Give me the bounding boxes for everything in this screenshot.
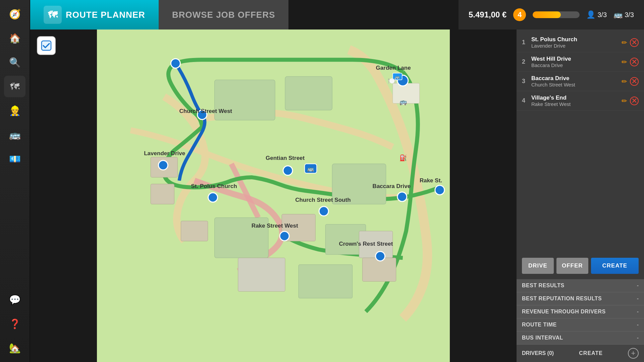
drivers-create-label: CREATE xyxy=(579,350,603,356)
drivers-label: DRIVERS (0) xyxy=(522,350,554,356)
stop-edit-btn-2[interactable]: ✏ xyxy=(622,58,627,66)
result-reputation: BEST REPUTATION RESULTS - xyxy=(517,292,644,305)
top-bar-right: 5.491,00 € 4 👤 3/3 🚌 3/3 xyxy=(459,0,644,29)
map-and-panel: 🚌 🍽️ 🚌 ⛽ 🚌 Garden Lane Church Street Wes… xyxy=(30,29,644,362)
workers-stat: 👤 3/3 xyxy=(586,10,607,19)
svg-rect-11 xyxy=(181,221,208,241)
stop-edit-btn-1[interactable]: ✏ xyxy=(622,38,627,47)
stop-edit-btn-3[interactable]: ✏ xyxy=(622,77,627,86)
svg-rect-2 xyxy=(285,76,332,110)
tab-browse-jobs-label: BROWSE JOB OFFERS xyxy=(172,10,275,20)
sidebar-bus[interactable]: 🚌 xyxy=(4,124,25,145)
stop-actions-4: ✏ ✕ xyxy=(622,97,639,105)
drivers-bar: DRIVERS (0) CREATE + xyxy=(517,345,644,362)
stop-secondary-4: Rake Street West xyxy=(531,101,622,107)
svg-point-21 xyxy=(397,192,407,201)
top-bar: 🗺 ROUTE PLANNER BROWSE JOB OFFERS 5.491,… xyxy=(30,0,644,29)
result-revenue-value: - xyxy=(637,309,639,315)
route-planner-icon: 🗺 xyxy=(44,6,62,24)
sidebar-money[interactable]: 💶 xyxy=(4,148,25,170)
offer-button[interactable]: OFFER xyxy=(556,258,588,274)
buses-count: 3/3 xyxy=(625,11,634,19)
stop-number-1: 1 xyxy=(522,39,531,46)
xp-fill xyxy=(533,11,561,18)
stop-delete-btn-1[interactable]: ✕ xyxy=(630,38,639,47)
sidebar-driver[interactable]: 👷 xyxy=(4,100,25,121)
result-reputation-label: BEST REPUTATION RESULTS xyxy=(522,296,602,302)
sidebar-home[interactable]: 🏠 xyxy=(4,27,25,49)
stop-edit-btn-4[interactable]: ✏ xyxy=(622,97,627,105)
stop-number-3: 3 xyxy=(522,78,531,85)
sidebar-chat[interactable]: 💬 xyxy=(4,289,25,310)
action-buttons: DRIVE OFFER CREATE xyxy=(517,252,644,279)
stop-actions-2: ✏ ✕ xyxy=(622,58,639,66)
stop-item-3: 3 Baccara Drive Church Street West ✏ ✕ xyxy=(517,72,644,91)
stop-secondary-2: Baccara Drive xyxy=(531,62,622,68)
sidebar-search[interactable]: 🔍 xyxy=(4,52,25,73)
result-route-time: ROUTE TIME - xyxy=(517,318,644,331)
stop-info-4: Village's End Rake Street West xyxy=(531,95,622,107)
tab-route-planner[interactable]: 🗺 ROUTE PLANNER xyxy=(30,0,159,29)
stop-delete-btn-3[interactable]: ✕ xyxy=(630,77,639,86)
result-revenue: REVENUE THROUGH DRIVERS - xyxy=(517,305,644,318)
svg-text:Church Street South: Church Street South xyxy=(295,197,351,203)
stop-number-4: 4 xyxy=(522,97,531,104)
svg-text:Crown's Rest Street: Crown's Rest Street xyxy=(339,241,393,247)
svg-rect-13 xyxy=(363,258,396,281)
buses-stat: 🚌 3/3 xyxy=(613,10,634,19)
svg-rect-8 xyxy=(299,264,352,298)
right-panel: 1 St. Polus Church Lavender Drive ✏ ✕ 2 … xyxy=(517,29,644,362)
svg-point-18 xyxy=(283,166,292,175)
stop-item-2: 2 West Hill Drive Baccara Drive ✏ ✕ xyxy=(517,52,644,72)
sidebar-map[interactable]: 🗺 xyxy=(4,76,25,97)
sidebar-house[interactable]: 🏡 xyxy=(4,337,25,359)
create-button[interactable]: CREATE xyxy=(591,258,639,274)
svg-rect-7 xyxy=(238,258,285,291)
workers-icon: 👤 xyxy=(586,10,595,19)
stop-list: 1 St. Polus Church Lavender Drive ✏ ✕ 2 … xyxy=(517,29,644,114)
stop-actions-3: ✏ ✕ xyxy=(622,77,639,86)
drive-button[interactable]: DRIVE xyxy=(522,258,554,274)
svg-text:Church Street West: Church Street West xyxy=(179,108,232,114)
svg-text:Garden Lane: Garden Lane xyxy=(376,65,411,71)
drivers-add-button[interactable]: + xyxy=(628,348,639,359)
sidebar-help[interactable]: ❓ xyxy=(4,313,25,335)
map-area[interactable]: 🚌 🍽️ 🚌 ⛽ 🚌 Garden Lane Church Street Wes… xyxy=(30,29,517,362)
tab-bar: 🗺 ROUTE PLANNER BROWSE JOB OFFERS xyxy=(30,0,459,29)
stop-number-2: 2 xyxy=(522,58,531,65)
svg-text:Lavender Drive: Lavender Drive xyxy=(144,150,185,157)
result-bus-interval: BUS INTERVAL - xyxy=(517,331,644,345)
stop-item-1: 1 St. Polus Church Lavender Drive ✏ ✕ xyxy=(517,33,644,52)
result-best-label: BEST RESULTS xyxy=(522,283,565,289)
stop-delete-btn-2[interactable]: ✕ xyxy=(630,58,639,66)
result-best: BEST RESULTS - xyxy=(517,279,644,292)
result-revenue-label: REVENUE THROUGH DRIVERS xyxy=(522,309,606,315)
svg-rect-10 xyxy=(151,184,174,204)
stop-item-4: 4 Village's End Rake Street West ✏ ✕ xyxy=(517,91,644,111)
result-best-value: - xyxy=(637,283,639,289)
svg-point-23 xyxy=(280,231,289,241)
stop-secondary-3: Church Street West xyxy=(531,82,622,87)
result-bus-interval-value: - xyxy=(637,335,639,341)
sidebar-compass[interactable]: 🧭 xyxy=(4,3,25,25)
svg-text:Gentian Street: Gentian Street xyxy=(266,155,305,161)
tab-browse-jobs[interactable]: BROWSE JOB OFFERS xyxy=(159,0,288,29)
svg-text:St. Polus Church: St. Polus Church xyxy=(191,183,237,189)
stop-info-1: St. Polus Church Lavender Drive xyxy=(531,36,622,49)
svg-text:🚌: 🚌 xyxy=(307,166,314,172)
results-section: BEST RESULTS - BEST REPUTATION RESULTS -… xyxy=(517,279,644,345)
stop-delete-btn-4[interactable]: ✕ xyxy=(630,97,639,105)
main-content: 🗺 ROUTE PLANNER BROWSE JOB OFFERS 5.491,… xyxy=(30,0,644,362)
stop-secondary-1: Lavender Drive xyxy=(531,43,622,49)
map-overlay-checkbox[interactable] xyxy=(37,36,56,55)
svg-text:Baccara Drive: Baccara Drive xyxy=(373,183,411,189)
stop-info-2: West Hill Drive Baccara Drive xyxy=(531,56,622,68)
svg-text:Rake St.: Rake St. xyxy=(420,177,442,184)
result-route-time-value: - xyxy=(637,322,639,328)
stop-primary-1: St. Polus Church xyxy=(531,36,622,43)
svg-point-24 xyxy=(376,251,385,261)
currency-display: 5.491,00 € xyxy=(469,10,506,19)
stop-primary-2: West Hill Drive xyxy=(531,56,622,62)
svg-point-25 xyxy=(171,59,180,68)
stop-primary-4: Village's End xyxy=(531,95,622,101)
